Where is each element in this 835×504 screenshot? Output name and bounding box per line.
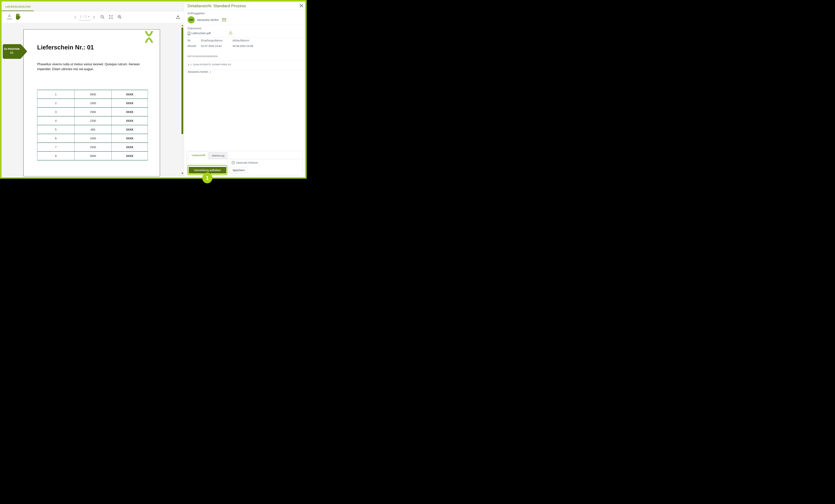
zoom-in-button[interactable] [117,15,122,20]
expiry-value: 30.08.2024 23:59 [232,45,253,47]
page-number-control[interactable]: 1 / 1 [79,15,91,19]
download-document-button[interactable] [176,15,180,20]
text-select-icon: A [6,14,12,18]
pdf-file-icon: PDF [187,31,190,35]
received-label: Empfangsdatum [201,39,223,42]
optional-attributes-label: Optionale Attribute [236,161,258,164]
zoom-out-icon [100,15,105,19]
action-card: Unterschrift Ablehnung Optionale Attribu… [186,151,303,175]
hand-tool-button[interactable] [14,13,21,21]
table-row: 15600XXXX [37,90,148,99]
table-row: 72500XXXX [37,143,148,151]
chevron-up-circle-icon [231,161,235,164]
viewer-canvas: Lieferschein Nr.: 01 Phasellus viverra n… [2,23,184,176]
tab-lieferschein-pdf[interactable]: LIEFERSCHEIN.PDF [5,2,31,11]
screenshot-root: LIEFERSCHEIN.PDF A [0,0,307,185]
text-select-underline [7,18,12,20]
document-section-label: Dokument [187,26,201,30]
decision-levels-label: ENTSCHEIDUNGSEBENEN [187,55,218,58]
client-name: Alexandra Herfert [197,18,219,21]
scrollbar-thumb[interactable] [182,27,183,134]
app-window: LIEFERSCHEIN.PDF A [2,2,305,177]
divider [184,61,305,61]
pdf-page: Lieferschein Nr.: 01 Phasellus viverra n… [23,29,160,176]
signer-row: Alexandra Herferti [187,70,211,73]
table-row: 61000XXXX [37,134,148,143]
viewer-toolbar: A 1 / 1 [2,11,184,23]
nr-label: Nr. [187,39,191,42]
divider [184,69,305,70]
file-name[interactable]: Lieferschein.pdf [191,31,210,35]
svg-text:PDF: PDF [188,34,190,35]
flag-counter: 1/1 [3,51,21,55]
chevron-right-icon [187,64,189,66]
text-select-tool-button[interactable]: A [6,14,12,20]
info-icon[interactable]: i [210,71,211,73]
signer-name: Alexandra Herfert [187,70,208,73]
tab-unterschrift[interactable]: Unterschrift [188,152,208,159]
detail-panel: Detailansicht: Standard Prozess Auftragg… [184,2,305,177]
optional-attributes-toggle[interactable]: Optionale Attribute [187,161,303,164]
zoom-out-button[interactable] [100,15,105,20]
chevron-right-icon [93,16,95,19]
document-paragraph: Phasellus viverra nulla ut metus varius … [37,62,149,71]
expand-icon [109,15,113,19]
table-row: 32500XXXX [37,107,148,116]
page-dropdown-caret-icon [88,16,90,17]
previous-page-button[interactable] [74,16,77,19]
close-button[interactable] [299,3,304,8]
avatar: AH [187,16,195,23]
save-button[interactable]: Speichern [229,167,248,173]
nr-value: 451100 [187,45,196,47]
close-icon [299,3,304,8]
received-value: 01.07.2024 14:42 [201,45,222,47]
hand-icon [14,13,21,21]
flag-label: ZU POSITION [3,47,21,51]
table-row: 42200XXXX [37,116,148,125]
zoom-in-icon [117,15,122,19]
table-row: 21000XXXX [37,99,148,107]
panel-title: Detailansicht: Standard Prozess [187,3,246,8]
annotation-step-badge: 1 [202,172,212,183]
email-icon[interactable] [222,18,226,22]
download-icon [176,15,180,20]
client-section-label: Auftraggeber [187,12,205,15]
flag-arrow-point [21,44,27,59]
viewer-tabbar: LIEFERSCHEIN.PDF [2,2,184,11]
page-input-underline [79,20,90,21]
company-logo [143,31,156,43]
page-number-display: 1 / 1 [80,15,87,18]
download-file-icon [228,30,233,35]
chevron-left-icon [74,16,77,19]
expiry-label: Ablaufdatum [232,39,249,42]
scrollbar-down-arrow[interactable] [182,173,183,174]
fullscreen-button[interactable] [109,15,113,20]
document-table: 15600XXXX 21000XXXX 32500XXXX 42200XXXX … [37,90,148,161]
scrollbar-up-arrow[interactable] [182,25,183,26]
document-heading: Lieferschein Nr.: 01 [37,44,94,51]
divider [184,9,305,10]
table-row: 5800XXXX [37,125,148,134]
pdf-viewer: LIEFERSCHEIN.PDF A [2,2,184,177]
tab-ablehnung[interactable]: Ablehnung [209,152,227,159]
download-file-button[interactable] [228,30,233,35]
decision-level-text: 1: QUALIFIZIERTE SIGNATUREN 0/1 [190,63,231,66]
next-page-button[interactable] [92,16,96,19]
table-row: 85000XXXX [37,151,148,160]
